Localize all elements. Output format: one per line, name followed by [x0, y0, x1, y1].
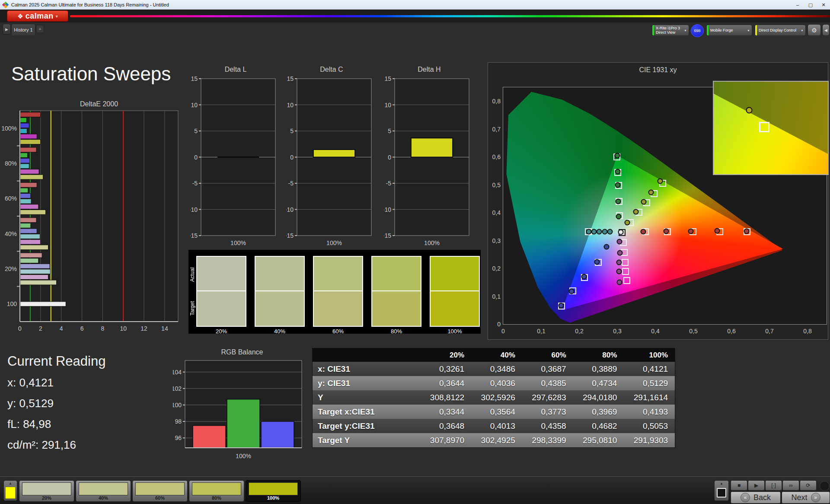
target-swatch	[255, 290, 305, 327]
collapse-panel-button[interactable]: ◀	[822, 24, 830, 36]
current-reading-cdm2: cd/m²: 291,16	[7, 438, 163, 459]
meter-dropdown[interactable]: X-Rite i1Pro 3 Direct View ▼	[652, 25, 689, 36]
window-title: Calman 2025 Calman Ultimate for Business…	[11, 2, 169, 7]
svg-text:100%: 100%	[326, 239, 342, 246]
cie-measured-marker-green-measured	[616, 214, 621, 219]
current-reading-block: Current Reading x: 0,4121 y: 0,5129 fL: …	[7, 354, 163, 459]
patch-color	[192, 482, 241, 495]
cie-target-marker-magenta-target	[622, 259, 629, 266]
add-tab-button[interactable]: +	[37, 26, 43, 32]
pattern-window-button[interactable]: ▲	[3, 480, 17, 501]
tab-history-1[interactable]: History 1	[11, 24, 35, 35]
back-button[interactable]: « Back	[731, 491, 781, 504]
svg-text:10: 10	[120, 325, 127, 332]
logo-bar: ❖ calman ▾	[0, 10, 830, 22]
cie-measured-marker-cyan-measured	[586, 229, 591, 235]
chevron-down-icon: ▼	[801, 29, 805, 32]
cie-measured-marker-yellow-measured	[641, 199, 646, 205]
row-label: Target Y	[313, 436, 420, 445]
table-header-cell: 80%	[573, 351, 624, 360]
svg-text:-15: -15	[190, 232, 198, 239]
table-cell: 302,4925	[471, 436, 522, 445]
pattern-patch-80%[interactable]: 80%	[189, 480, 244, 502]
refresh-measure-button[interactable]: ⟳	[800, 480, 817, 491]
svg-text:4: 4	[60, 325, 63, 332]
svg-text:10: 10	[287, 102, 294, 108]
start-measure-button[interactable]: ▶	[748, 480, 765, 491]
pattern-patch-40%[interactable]: 40%	[76, 480, 131, 502]
cie-measured-marker-magenta-measured	[617, 279, 622, 285]
stop-measure-button[interactable]: ■	[731, 480, 747, 491]
status-light	[820, 481, 830, 491]
measurement-controls: ■ ▶ [·] ∞ ⟳	[731, 480, 817, 491]
display-control-dropdown[interactable]: Direct Display Control ▼	[755, 25, 806, 36]
single-measure-button[interactable]: [·]	[765, 480, 782, 491]
table-cell: 0,3486	[471, 364, 522, 374]
svg-text:0: 0	[18, 325, 22, 332]
cie-measured-marker-yellow-measured	[625, 220, 630, 226]
bottom-toolbar: ▲ 20%40%60%80%100% ▲ ■ ▶ [·] ∞ ⟳ « Back …	[0, 476, 830, 504]
swatch-label: 20%	[196, 328, 246, 335]
cie-x-tick-label: 0,5	[685, 328, 702, 335]
actual-target-swatch-strip: Actual Target 20%40%60%80%100%	[188, 250, 481, 334]
calman-app-icon	[3, 2, 8, 8]
chevron-down-icon: ▼	[747, 29, 752, 32]
pattern-display-toggle-button[interactable]: ▲	[714, 480, 729, 501]
cie-x-tick-label: 0,7	[761, 328, 778, 335]
svg-text:5: 5	[194, 128, 198, 134]
meter-badge[interactable]: 698	[691, 24, 704, 37]
next-button[interactable]: Next »	[782, 491, 830, 504]
workflow-navigation: « Back Next »	[731, 491, 830, 504]
current-reading-heading: Current Reading	[7, 354, 163, 369]
swatch-label: 60%	[313, 328, 363, 335]
maximize-button[interactable]: ▢	[804, 0, 817, 10]
next-chevron-icon: »	[811, 493, 820, 502]
cie-y-tick-label: 0,1	[485, 293, 501, 300]
pattern-patch-100%[interactable]: 100%	[246, 480, 301, 502]
tab-scroll-button[interactable]: ▶	[3, 24, 11, 35]
svg-text:100: 100	[173, 402, 182, 408]
table-cell: 0,3969	[573, 407, 624, 417]
svg-text:100%: 100%	[1, 125, 17, 132]
rgb-balance-chart: 9698100102104100%	[173, 356, 311, 463]
spectrum-strip	[70, 15, 830, 17]
table-header-row: 20%40%60%80%100%	[313, 348, 675, 362]
table-row: x: CIE310,32610,34860,36870,38890,4121	[313, 362, 675, 376]
pattern-patch-20%[interactable]: 20%	[19, 480, 74, 502]
row-label: Target x:CIE31	[313, 407, 420, 417]
table-cell: 0,4385	[522, 379, 573, 388]
actual-swatch	[430, 256, 480, 290]
svg-text:10: 10	[191, 102, 198, 108]
cie-measured-marker-red-measured	[715, 228, 720, 234]
pattern-source-dropdown[interactable]: Mobile Forge ▼	[706, 25, 752, 36]
close-button[interactable]: ✕	[817, 0, 830, 10]
calman-diamond-icon: ❖	[17, 13, 23, 19]
patch-label: 60%	[133, 495, 187, 501]
cie-measured-marker-yellow-measured	[648, 189, 654, 195]
cie-measured-marker-white-measured	[618, 229, 624, 235]
settings-gear-button[interactable]: ⚙	[808, 24, 821, 36]
cie-measured-marker-yellow-measured	[657, 179, 663, 184]
patch-color	[22, 482, 71, 495]
continuous-measure-button[interactable]: ∞	[782, 480, 799, 491]
svg-text:5: 5	[388, 128, 391, 134]
calman-menu-button[interactable]: ❖ calman ▾	[7, 10, 68, 22]
minimize-button[interactable]: –	[791, 0, 804, 10]
table-cell: 307,8970	[420, 436, 471, 445]
cie-measured-marker-red-measured	[744, 229, 750, 234]
patch-color	[249, 482, 298, 495]
table-cell: 0,4121	[624, 364, 675, 374]
svg-text:-15: -15	[384, 232, 391, 239]
patch-color	[135, 482, 185, 495]
svg-text:15: 15	[287, 75, 294, 82]
cie-measured-marker-red-measured	[688, 229, 693, 234]
table-cell: 0,3644	[420, 379, 471, 388]
table-row: Target y:CIE310,36480,40130,43580,46820,…	[313, 419, 675, 433]
infinity-icon: ∞	[789, 482, 793, 488]
table-cell: 291,9303	[624, 436, 675, 445]
svg-text:-10: -10	[286, 206, 294, 213]
cie-y-tick-label: 0,7	[485, 126, 501, 133]
pattern-patch-60%[interactable]: 60%	[132, 480, 188, 502]
svg-text:0: 0	[194, 154, 198, 161]
svg-text:104: 104	[173, 369, 182, 376]
